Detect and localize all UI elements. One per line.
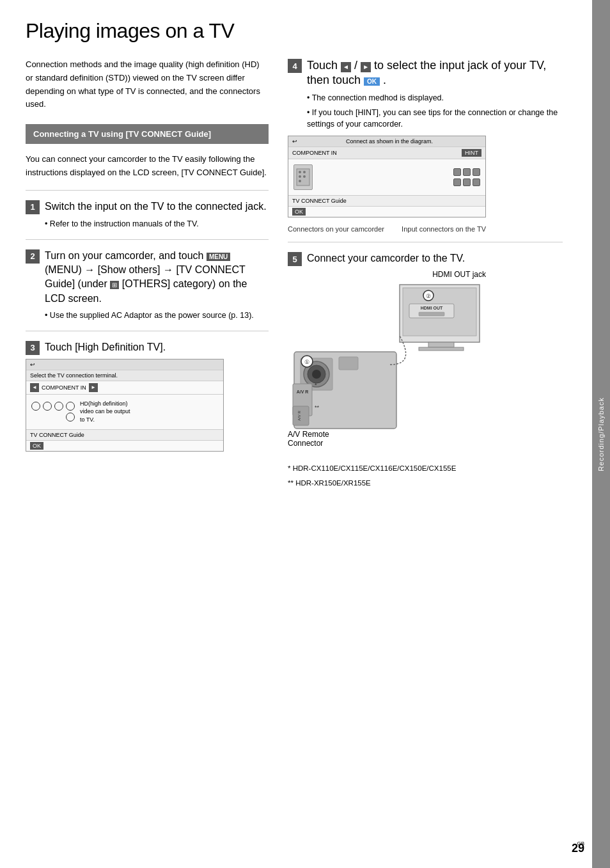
step-3-diagram-content: HD(high definition)video can be outputto… — [26, 394, 223, 429]
main-content: Playing images on a TV Connection method… — [0, 0, 575, 868]
svg-text:①: ① — [304, 359, 309, 365]
step-4: 4 Touch ◄ / ► to select the input jack o… — [288, 58, 563, 233]
step-4-component-label: COMPONENT IN — [292, 150, 337, 156]
av-remote-label: A/V Remote Connector — [288, 430, 329, 448]
camcorder-tv-svg: HDMI OUT ② — [288, 281, 486, 454]
step-4-ok-badge-diag: OK — [292, 208, 306, 216]
step-4-component-row: COMPONENT IN HINT — [288, 146, 485, 159]
svg-text:A/V R: A/V R — [297, 411, 301, 421]
step-4-title: Touch ◄ / ► to select the input jack of … — [307, 58, 563, 88]
connector-4 — [66, 402, 75, 411]
step-2-number: 2 — [26, 249, 40, 264]
svg-text:A/V R: A/V R — [297, 390, 309, 394]
camcorder-body-small — [293, 164, 313, 190]
step-4-text-3: . — [383, 74, 386, 86]
connector-1 — [31, 402, 40, 411]
step-4-text-1: Touch — [307, 59, 341, 72]
right-column: 4 Touch ◄ / ► to select the input jack o… — [288, 58, 563, 489]
step-1: 1 Switch the input on the TV to the conn… — [26, 200, 269, 230]
svg-rect-8 — [428, 342, 454, 347]
svg-text:**: ** — [315, 404, 320, 411]
two-column-layout: Connection methods and the image quality… — [26, 58, 563, 489]
tv-connector-row-1 — [453, 168, 480, 176]
step-2-bullet: Use the supplied AC Adaptor as the power… — [45, 310, 269, 322]
step-4-hint-badge: HINT — [462, 149, 481, 157]
connectors-on-camcorder-label: Connectors on your camcorder — [288, 225, 384, 233]
step-4-diagram-content — [288, 159, 485, 195]
tv-conn-3 — [473, 168, 480, 176]
step-3-title: Touch [High Definition TV]. — [45, 340, 166, 354]
tv-connector-row-2 — [453, 178, 480, 186]
step-3: 3 Touch [High Definition TV]. ↩ Select t… — [26, 340, 269, 452]
connector-labels: Connectors on your camcorder Input conne… — [288, 223, 486, 233]
step-2: 2 Turn on your camcorder, and touch MENU… — [26, 249, 269, 322]
connector-3 — [54, 402, 63, 411]
divider-3 — [26, 331, 269, 331]
divider-1 — [26, 190, 269, 191]
step-3-nav-left: ◄ — [30, 383, 39, 392]
side-tab: Recording/Playback — [592, 0, 610, 868]
step-3-ok: OK — [26, 440, 223, 451]
step-3-number: 3 — [26, 341, 40, 355]
step-3-nav-right: ► — [89, 383, 98, 392]
svg-rect-0 — [297, 169, 309, 185]
camcorder-svg — [295, 168, 311, 187]
step-3-connectors — [31, 402, 75, 422]
step-1-number: 1 — [26, 200, 40, 214]
av-remote-text-1: A/V Remote — [288, 430, 329, 439]
step-2-text-1: Turn on your camcorder, and touch — [45, 250, 203, 261]
page-number: 29 — [572, 842, 584, 855]
step-4-connect-text: Connect as shown in the diagram. — [346, 138, 433, 145]
step-3-nav: ◄ COMPONENT IN ► — [26, 381, 223, 394]
step-2-title: Turn on your camcorder, and touch MENU (… — [45, 249, 269, 306]
step-4-bullet-2: If you touch [HINT], you can see tips fo… — [307, 107, 563, 131]
av-remote-text-2: Connector — [288, 439, 323, 448]
step-4-ok-badge: OK — [364, 77, 380, 86]
step-3-diagram-top: ↩ — [26, 359, 223, 370]
tv-conn-4 — [453, 178, 461, 186]
step-5: 5 Connect your camcorder to the TV. HDMI… — [288, 251, 563, 454]
svg-rect-20 — [339, 357, 358, 370]
connector-5 — [66, 413, 75, 422]
svg-rect-4 — [303, 171, 306, 173]
step-4-slash: / — [354, 59, 357, 72]
footnote-star2: ** HDR-XR150E/XR155E — [288, 478, 563, 489]
divider-4 — [288, 242, 563, 242]
step-2-header: 2 Turn on your camcorder, and touch MENU… — [26, 249, 269, 306]
step-3-diagram-arrow: ↩ — [30, 361, 35, 368]
svg-text:HDMI OUT: HDMI OUT — [421, 306, 443, 310]
step-3-ok-badge: OK — [30, 442, 43, 450]
step-3-top-text: Select the TV connection terminal. — [26, 370, 223, 381]
step-4-arrow: ↩ — [292, 138, 297, 145]
step-3-nav-label: COMPONENT IN — [42, 384, 86, 391]
svg-rect-1 — [299, 171, 301, 173]
step-4-bullet-1: The connection medhod is displayed. — [307, 92, 563, 104]
side-tab-text: Recording/Playback — [597, 397, 605, 471]
connector-2 — [43, 402, 52, 411]
tv-conn-5 — [463, 178, 471, 186]
footnotes: * HDR-CX110E/CX115E/CX116E/CX150E/CX155E… — [288, 463, 563, 489]
tv-conn-2 — [463, 168, 471, 176]
step-4-tv-connectors — [319, 168, 480, 186]
step-4-diagram: ↩ Connect as shown in the diagram. COMPO… — [288, 136, 486, 217]
step-4-header: 4 Touch ◄ / ► to select the input jack o… — [288, 58, 563, 88]
section-body: You can connect your camcorder to the TV… — [26, 153, 269, 180]
step-4-number: 4 — [288, 59, 302, 73]
page: Playing images on a TV Connection method… — [0, 0, 610, 868]
menu-badge: MENU — [207, 253, 230, 261]
step-4-nav-left: ◄ — [341, 62, 351, 72]
others-icon: ⊞ — [110, 281, 119, 289]
step-4-diagram-top: ↩ Connect as shown in the diagram. — [288, 136, 485, 146]
svg-rect-12 — [419, 312, 444, 316]
step-3-header: 3 Touch [High Definition TV]. — [26, 340, 269, 355]
step-1-title: Switch the input on the TV to the connec… — [45, 200, 267, 214]
page-title: Playing images on a TV — [26, 19, 563, 43]
step-5-number: 5 — [288, 252, 302, 266]
tv-conn-6 — [473, 178, 480, 186]
section-header: Connecting a TV using [TV CONNECT Guide] — [26, 124, 269, 144]
step-1-bullet: Refer to the instruction manuals of the … — [45, 218, 269, 230]
step-5-header: 5 Connect your camcorder to the TV. — [288, 251, 563, 266]
svg-point-19 — [312, 370, 321, 379]
hdmi-label: HDMI OUT jack — [288, 270, 486, 279]
svg-text:②: ② — [426, 293, 431, 299]
